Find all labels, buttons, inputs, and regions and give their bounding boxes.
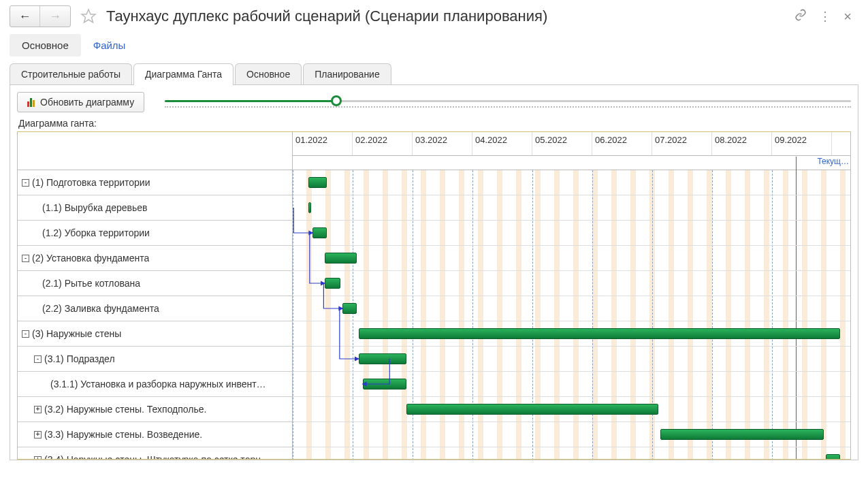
task-row[interactable]: -(2) Установка фундамента	[18, 246, 292, 271]
task-label: (2) Установка фундамента	[32, 253, 149, 264]
tab-planning[interactable]: Планирование	[303, 63, 391, 84]
gantt-bar-row	[293, 397, 850, 422]
gantt-bar[interactable]	[308, 177, 326, 188]
task-row[interactable]: (2.2) Заливка фундамента	[18, 296, 292, 321]
subtab-main[interactable]: Основное	[10, 34, 81, 57]
collapse-icon[interactable]: -	[22, 330, 29, 338]
gantt-bar-row	[293, 447, 850, 459]
collapse-icon[interactable]: -	[22, 179, 29, 187]
gantt-bar[interactable]	[359, 353, 406, 364]
collapse-icon[interactable]: -	[22, 255, 29, 262]
gantt-chart: -(1) Подготовка территории(1.1) Вырубка …	[17, 131, 851, 460]
task-label: (1.2) Уборка территории	[42, 227, 150, 238]
month-header-cell: 04.2022	[472, 132, 532, 155]
task-label: (3.1.1) Установка и разборка наружных ин…	[50, 379, 266, 389]
month-header-cell: 01.2022	[293, 132, 353, 155]
month-header-cell: 09.2022	[772, 132, 832, 155]
gantt-bar-row	[293, 422, 850, 447]
month-header-cell: 06.2022	[592, 132, 652, 155]
month-header-cell: 05.2022	[532, 132, 592, 155]
gantt-bar[interactable]	[660, 429, 824, 440]
tab-main[interactable]: Основное	[235, 63, 302, 84]
nav-buttons: ← →	[10, 5, 71, 27]
gantt-bar-row	[293, 296, 850, 321]
task-row[interactable]: +(3.4) Наружные стены. Штукатурка по сет…	[18, 447, 292, 460]
gantt-bar-row	[293, 347, 850, 372]
task-label: (3) Наружные стены	[32, 328, 121, 339]
gantt-bar-row	[293, 221, 850, 246]
gantt-bar[interactable]	[308, 202, 311, 213]
task-row[interactable]: -(1) Подготовка территории	[18, 170, 292, 195]
refresh-diagram-button[interactable]: Обновить диаграмму	[17, 92, 144, 112]
task-label: (3.2) Наружные стены. Техподполье.	[44, 404, 206, 415]
collapse-icon[interactable]: -	[34, 355, 42, 363]
link-icon[interactable]	[794, 9, 807, 25]
task-label: (3.4) Наружные стены. Штукатурка по сетк…	[44, 454, 270, 460]
gantt-bar-row	[293, 246, 850, 271]
svg-marker-0	[82, 10, 95, 22]
gantt-bar[interactable]	[325, 253, 357, 264]
task-row[interactable]: +(3.3) Наружные стены. Возведение.	[18, 422, 292, 447]
month-header-cell: 03.2022	[413, 132, 472, 155]
task-label: (3.1) Подраздел	[44, 353, 115, 364]
month-header-cell: 02.2022	[353, 132, 413, 155]
current-date-label: Текущ…	[817, 157, 849, 166]
gantt-bar-row	[293, 195, 850, 221]
expand-icon[interactable]: +	[34, 406, 42, 413]
task-label: (2.1) Рытье котлована	[42, 278, 140, 289]
task-row[interactable]: -(3) Наружные стены	[18, 321, 292, 347]
gantt-bar[interactable]	[359, 328, 840, 339]
tab-construction-works[interactable]: Строительные работы	[10, 63, 132, 84]
forward-button[interactable]: →	[40, 6, 70, 27]
refresh-diagram-label: Обновить диаграмму	[40, 97, 134, 108]
gantt-bar[interactable]	[325, 278, 340, 289]
task-label: (1) Подготовка территории	[32, 177, 150, 188]
close-icon[interactable]: ×	[843, 9, 852, 25]
task-row[interactable]: +(3.2) Наружные стены. Техподполье.	[18, 397, 292, 422]
gantt-bar-row	[293, 170, 850, 195]
task-row[interactable]: (1.2) Уборка территории	[18, 221, 292, 246]
slider-thumb[interactable]	[331, 95, 342, 106]
task-row[interactable]: -(3.1) Подраздел	[18, 347, 292, 372]
gantt-bar[interactable]	[312, 227, 327, 238]
gantt-task-list: -(1) Подготовка территории(1.1) Вырубка …	[18, 132, 293, 459]
task-row[interactable]: (1.1) Вырубка деревьев	[18, 195, 292, 221]
expand-icon[interactable]: +	[34, 431, 42, 439]
gantt-bar-row	[293, 321, 850, 347]
kebab-menu-icon[interactable]: ⋮	[819, 9, 831, 24]
tab-gantt[interactable]: Диаграмма Ганта	[133, 63, 234, 84]
gantt-bar[interactable]	[406, 404, 658, 415]
task-row[interactable]: (3.1.1) Установка и разборка наружных ин…	[18, 372, 292, 397]
task-row[interactable]: (2.1) Рытье котлована	[18, 271, 292, 296]
gantt-bar[interactable]	[342, 303, 357, 314]
month-header-cell: 07.2022	[652, 132, 712, 155]
gantt-bar[interactable]	[826, 454, 840, 459]
bar-chart-icon	[27, 97, 35, 107]
expand-icon[interactable]: +	[34, 456, 42, 460]
gantt-bar[interactable]	[363, 379, 407, 389]
task-label: (1.1) Вырубка деревьев	[42, 202, 147, 213]
favorite-star-icon[interactable]	[80, 8, 97, 25]
subtab-files[interactable]: Файлы	[81, 34, 138, 57]
gantt-timeline[interactable]: 01.202202.202203.202204.202205.202206.20…	[293, 132, 850, 459]
zoom-slider[interactable]	[165, 94, 851, 110]
month-header-cell: 08.2022	[712, 132, 772, 155]
gantt-bar-row	[293, 372, 850, 397]
task-label: (2.2) Заливка фундамента	[42, 303, 159, 314]
gantt-bar-row	[293, 271, 850, 296]
page-title: Таунхаус дуплекс рабочий сценарий (Сцена…	[106, 7, 789, 25]
task-label: (3.3) Наружные стены. Возведение.	[44, 429, 202, 440]
back-button[interactable]: ←	[10, 6, 40, 27]
gantt-section-label: Диаграмма ганта:	[18, 118, 851, 129]
